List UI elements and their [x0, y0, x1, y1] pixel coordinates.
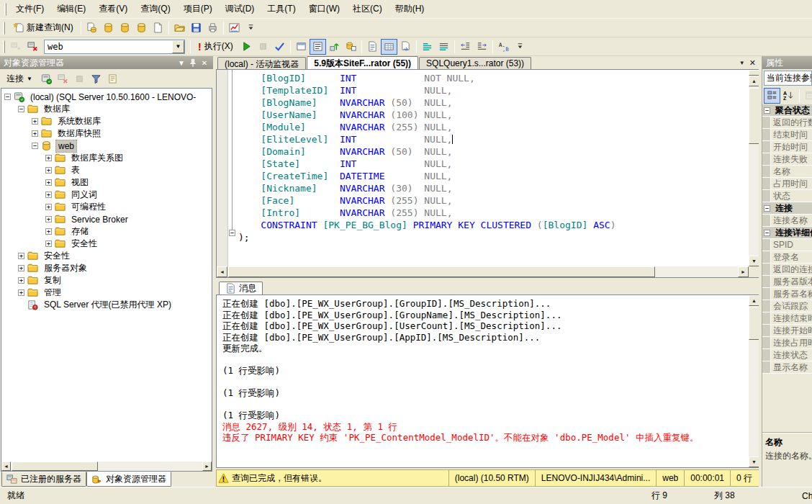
- analysis-services-mdx-query-icon[interactable]: [100, 20, 117, 36]
- scroll-left-icon[interactable]: ◄: [1, 462, 11, 471]
- messages-vertical-scrollbar[interactable]: ▲ ▼: [749, 295, 759, 467]
- scrollbar-thumb[interactable]: [12, 462, 98, 471]
- property-row[interactable]: 服务器版本: [762, 276, 812, 288]
- toolbar-grip[interactable]: [3, 40, 5, 53]
- menu-item-9[interactable]: 社区(C): [346, 0, 389, 19]
- menu-item-2[interactable]: 编辑(E): [50, 0, 92, 19]
- menu-item-10[interactable]: 帮助(H): [389, 0, 431, 19]
- scroll-down-icon[interactable]: ▼: [749, 256, 759, 266]
- collapse-icon[interactable]: −: [764, 107, 770, 114]
- tree-item[interactable]: +复制: [3, 274, 210, 287]
- parse-query-icon[interactable]: [271, 39, 288, 55]
- open-file-icon[interactable]: [171, 20, 188, 36]
- save-icon[interactable]: [188, 20, 204, 36]
- splitter-box[interactable]: [749, 70, 759, 76]
- close-icon[interactable]: ✕: [199, 58, 209, 68]
- results-to-text-icon[interactable]: [364, 39, 381, 55]
- menu-item-3[interactable]: 查看(V): [92, 0, 134, 19]
- uncomment-selection-icon[interactable]: [436, 39, 452, 55]
- scrollbar-thumb[interactable]: [749, 88, 759, 144]
- analysis-services-dmx-query-icon[interactable]: [117, 20, 133, 36]
- property-row[interactable]: 状态: [762, 190, 812, 202]
- tree-item[interactable]: +存储: [3, 225, 210, 238]
- tool-window-tab[interactable]: 已注册的服务器: [1, 472, 86, 487]
- property-row[interactable]: 连接状态: [762, 349, 812, 361]
- tree-item[interactable]: +系统数据库: [3, 115, 210, 127]
- messages-tab[interactable]: 消息: [219, 282, 263, 294]
- alphabetical-sort-icon[interactable]: AZ: [780, 88, 797, 104]
- expand-icon[interactable]: +: [45, 192, 52, 198]
- toolbar-grip[interactable]: [4, 3, 6, 16]
- property-row[interactable]: 连接结束时间: [762, 312, 812, 325]
- filter-icon[interactable]: [88, 71, 104, 86]
- available-databases-combo[interactable]: web ▼: [44, 40, 185, 54]
- decrease-indent-icon[interactable]: [457, 39, 474, 55]
- reports-icon[interactable]: [104, 71, 121, 86]
- tree-item[interactable]: −(local) (SQL Server 10.50.1600 - LENOVO…: [3, 91, 210, 103]
- scroll-left-icon[interactable]: ◄: [217, 266, 227, 277]
- editor-horizontal-scrollbar[interactable]: ◄ ►: [217, 266, 749, 277]
- property-row[interactable]: 会话跟踪: [762, 300, 812, 312]
- code-region[interactable]: − [BlogID] INT NOT NULL, [TemplateID] IN…: [217, 70, 749, 266]
- tree-item[interactable]: +安全性: [3, 238, 210, 250]
- connect-query-icon[interactable]: [24, 39, 41, 55]
- menu-item-6[interactable]: 调试(D): [219, 0, 261, 19]
- toolbar-overflow-icon[interactable]: [512, 39, 528, 55]
- property-row[interactable]: 显示名称: [762, 361, 812, 374]
- specify-template-values-icon[interactable]: A.,B: [495, 39, 512, 55]
- menu-item-5[interactable]: 项目(P): [177, 0, 219, 19]
- debug-icon[interactable]: [238, 39, 255, 55]
- results-to-grid-icon[interactable]: [381, 39, 397, 55]
- expand-icon[interactable]: +: [45, 155, 52, 161]
- tree-item[interactable]: +同义词: [3, 189, 210, 201]
- expand-icon[interactable]: +: [32, 118, 38, 125]
- editor-vertical-scrollbar[interactable]: ▲ ▼: [749, 70, 759, 266]
- sqlcmd-mode-icon[interactable]: [326, 39, 343, 55]
- property-row[interactable]: 服务器名称: [762, 288, 812, 300]
- property-category[interactable]: −连接详细信息: [762, 227, 812, 239]
- collapse-icon[interactable]: −: [18, 106, 24, 112]
- property-row[interactable]: 占用时间: [762, 178, 812, 190]
- expand-icon[interactable]: +: [45, 167, 52, 174]
- document-tab[interactable]: (local) - 活动监视器: [217, 57, 306, 69]
- document-tab[interactable]: SQLQuery1.s...rator (53)): [419, 57, 531, 69]
- collapse-icon[interactable]: −: [32, 143, 38, 149]
- pin-icon[interactable]: [188, 58, 198, 68]
- property-row[interactable]: 连接名称: [762, 215, 812, 227]
- property-row[interactable]: 连接开始时间: [762, 325, 812, 337]
- expand-icon[interactable]: +: [18, 265, 24, 271]
- property-row[interactable]: SPID: [762, 239, 812, 251]
- increase-indent-icon[interactable]: [474, 39, 490, 55]
- menu-item-8[interactable]: 窗口(W): [302, 0, 346, 19]
- tree-horizontal-scrollbar[interactable]: ◄ ►: [1, 462, 212, 471]
- expand-icon[interactable]: +: [45, 228, 52, 235]
- activity-monitor-icon[interactable]: [226, 20, 243, 36]
- menu-item-7[interactable]: 工具(T): [261, 0, 302, 19]
- collapse-icon[interactable]: −: [764, 205, 770, 212]
- property-category[interactable]: −聚合状态: [762, 104, 812, 117]
- tree-item[interactable]: −数据库: [3, 103, 210, 115]
- tree-item[interactable]: +服务器对象: [3, 262, 210, 274]
- menu-item-4[interactable]: 查询(Q): [134, 0, 176, 19]
- tree-item[interactable]: +可编程性: [3, 201, 210, 213]
- expand-icon[interactable]: +: [32, 130, 38, 137]
- collapse-icon[interactable]: −: [4, 94, 11, 100]
- print-icon[interactable]: [204, 20, 221, 36]
- document-tab[interactable]: 5.9版本SiteF...rator (55)): [307, 56, 418, 69]
- display-estimated-plan-icon[interactable]: [293, 39, 310, 55]
- execute-button[interactable]: ! 执行(X): [193, 39, 238, 55]
- property-row[interactable]: 名称: [762, 166, 812, 178]
- toolbar-grip[interactable]: [3, 22, 5, 35]
- close-document-icon[interactable]: ✕: [749, 58, 756, 68]
- expand-icon[interactable]: +: [45, 179, 52, 186]
- tree-item[interactable]: SQL Server 代理(已禁用代理 XP): [3, 299, 210, 311]
- expand-icon[interactable]: +: [18, 289, 24, 296]
- property-row[interactable]: 连接占用时间: [762, 337, 812, 349]
- scroll-right-icon[interactable]: ►: [202, 462, 212, 471]
- new-document-icon[interactable]: [150, 20, 166, 36]
- connect-button[interactable]: 连接 ▼: [1, 71, 37, 86]
- property-category[interactable]: −连接: [762, 202, 812, 215]
- property-row[interactable]: 结束时间: [762, 129, 812, 141]
- property-row[interactable]: 连接失败: [762, 153, 812, 166]
- tool-window-tab[interactable]: 对象资源管理器: [86, 472, 171, 487]
